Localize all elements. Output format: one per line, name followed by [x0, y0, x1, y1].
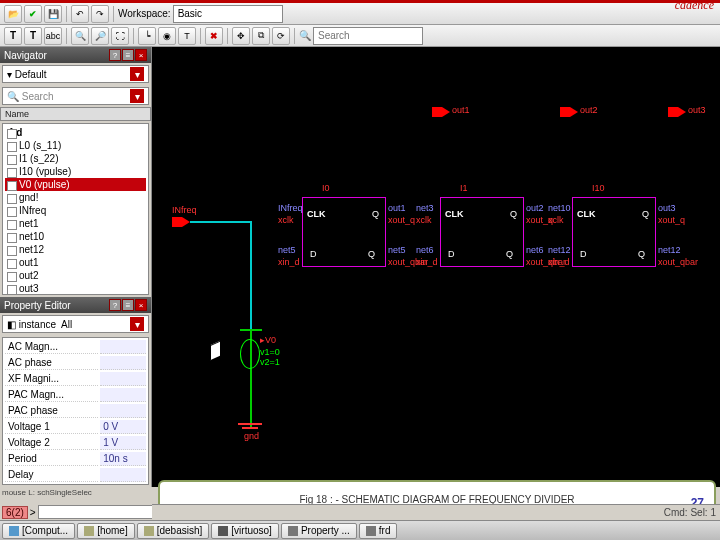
tree-item[interactable]: out2 — [5, 269, 146, 282]
toolbar-1: 📂 ✔ 💾 ↶ ↷ Workspace: — [0, 3, 720, 25]
tree-item[interactable]: net10 — [5, 230, 146, 243]
task-item[interactable]: [debasish] — [137, 523, 210, 539]
output-pin-icon — [678, 107, 686, 117]
panel-close-icon[interactable]: × — [135, 49, 147, 61]
port-label: CLK — [577, 209, 596, 219]
move-icon[interactable]: ✥ — [232, 27, 250, 45]
tree-item[interactable]: out1 — [5, 256, 146, 269]
zoomout-icon[interactable]: 🔎 — [91, 27, 109, 45]
chevron-down-icon[interactable]: ▾ — [130, 317, 144, 331]
inst-label: I1 — [460, 183, 468, 193]
gnd-label: gnd — [244, 431, 259, 441]
open-icon[interactable]: 📂 — [4, 5, 22, 23]
port-label: Q — [510, 209, 517, 219]
inst-label: I0 — [322, 183, 330, 193]
pin-icon[interactable]: ◉ — [158, 27, 176, 45]
prop-row: Voltage 21 V — [5, 436, 146, 450]
port-label: Q — [372, 209, 379, 219]
rotate-icon[interactable]: ⟳ — [272, 27, 290, 45]
delete-icon[interactable]: ✖ — [205, 27, 223, 45]
panel-help-icon[interactable]: ? — [109, 299, 121, 311]
panel-opts-icon[interactable]: ≡ — [122, 49, 134, 61]
tree-item[interactable]: I1 (s_22) — [5, 152, 146, 165]
port-label: D — [310, 249, 317, 259]
terminal-icon — [218, 526, 228, 536]
tree-item[interactable]: net1 — [5, 217, 146, 230]
label-icon[interactable]: T — [178, 27, 196, 45]
save-icon[interactable]: 💾 — [44, 5, 62, 23]
net-label: xclk — [548, 215, 564, 225]
workspace-select[interactable] — [173, 5, 283, 23]
zoomin-icon[interactable]: 🔍 — [71, 27, 89, 45]
pin-label: INfreq — [172, 205, 197, 215]
text2-icon[interactable]: T — [24, 27, 42, 45]
prop-scope[interactable]: ◧ instance All ▾ — [2, 315, 149, 333]
filter-combo[interactable]: ▾ Default ▾ — [2, 65, 149, 83]
net-label: xclk — [416, 215, 432, 225]
command-line[interactable]: mouse L: schSingleSelec — [0, 484, 152, 500]
tree-item[interactable]: gnd! — [5, 191, 146, 204]
property-table[interactable]: AC Magn... AC phase XF Magni... PAC Magn… — [2, 337, 149, 485]
tree-item[interactable]: L0 (s_11) — [5, 139, 146, 152]
mouse-status: mouse L: schSingleSelec — [2, 488, 92, 497]
abc-icon[interactable]: abc — [44, 27, 62, 45]
port-label: D — [580, 249, 587, 259]
undo-icon[interactable]: ↶ — [71, 5, 89, 23]
schematic-canvas[interactable]: out1 out2 out3 INfreq ▸V0 v1=0 v2=1 gnd … — [152, 47, 720, 487]
panel-opts-icon[interactable]: ≡ — [122, 299, 134, 311]
tree-item[interactable]: net12 — [5, 243, 146, 256]
task-item[interactable]: Property ... — [281, 523, 357, 539]
toolbar-2: T T abc 🔍 🔎 ⛶ ┕ ◉ T ✖ ✥ ⧉ ⟳ 🔍 — [0, 25, 720, 47]
prop-row: AC Magn... — [5, 340, 146, 354]
copy-icon[interactable]: ⧉ — [252, 27, 270, 45]
nav-search[interactable]: 🔍 Search ▾ — [2, 87, 149, 105]
pin-label: out3 — [688, 105, 706, 115]
net-label: net10 — [548, 203, 571, 213]
net-label: xin_d — [548, 257, 570, 267]
chevron-down-icon[interactable]: ▾ — [130, 67, 144, 81]
command-line[interactable]: 6(2) > — [0, 504, 152, 520]
port-label: CLK — [445, 209, 464, 219]
redo-icon[interactable]: ↷ — [91, 5, 109, 23]
navigator-header: Navigator ?≡× — [0, 47, 151, 63]
chevron-down-icon[interactable]: ▾ — [130, 89, 144, 103]
output-pin-icon — [432, 107, 442, 117]
taskbar: [Comput... [home] [debasish] [virtuoso] … — [0, 520, 720, 540]
net-label: out3 — [658, 203, 676, 213]
net-label: xout_qbar — [658, 257, 698, 267]
check-icon[interactable]: ✔ — [24, 5, 42, 23]
prop-row: Voltage 10 V — [5, 420, 146, 434]
port-label: Q — [638, 249, 645, 259]
port-label: D — [448, 249, 455, 259]
fit-icon[interactable]: ⛶ — [111, 27, 129, 45]
panel-close-icon[interactable]: × — [135, 299, 147, 311]
task-item[interactable]: [virtuoso] — [211, 523, 279, 539]
task-item[interactable]: [home] — [77, 523, 135, 539]
net-label: xout_q — [388, 215, 415, 225]
port-label: Q — [368, 249, 375, 259]
tree-root[interactable]: frd — [5, 126, 146, 139]
net-label: net6 — [526, 245, 544, 255]
tree-header: Name — [0, 107, 151, 121]
src-param: v1=0 — [260, 347, 280, 357]
tree-item[interactable]: out3 — [5, 282, 146, 295]
net-label: xclk — [278, 215, 294, 225]
navigator-tree[interactable]: frd L0 (s_11) I1 (s_22) I10 (vpulse) V0 … — [2, 123, 149, 295]
prop-row: Delay — [5, 468, 146, 482]
task-item[interactable]: frd — [359, 523, 398, 539]
tree-item-selected[interactable]: V0 (vpulse) — [5, 178, 146, 191]
panel-help-icon[interactable]: ? — [109, 49, 121, 61]
status-right: Cmd: Sel: 1 — [664, 507, 716, 518]
input-pin-icon — [182, 217, 190, 227]
cmd-prompt: 6(2) — [2, 506, 28, 519]
text-icon[interactable]: T — [4, 27, 22, 45]
task-item[interactable]: [Comput... — [2, 523, 75, 539]
wire-icon[interactable]: ┕ — [138, 27, 156, 45]
output-pin-icon — [442, 107, 450, 117]
inst-label: I10 — [592, 183, 605, 193]
search-input[interactable] — [313, 27, 423, 45]
tree-item[interactable]: I10 (vpulse) — [5, 165, 146, 178]
tree-item[interactable]: INfreq — [5, 204, 146, 217]
window-icon — [288, 526, 298, 536]
cmd-input[interactable] — [38, 505, 167, 519]
